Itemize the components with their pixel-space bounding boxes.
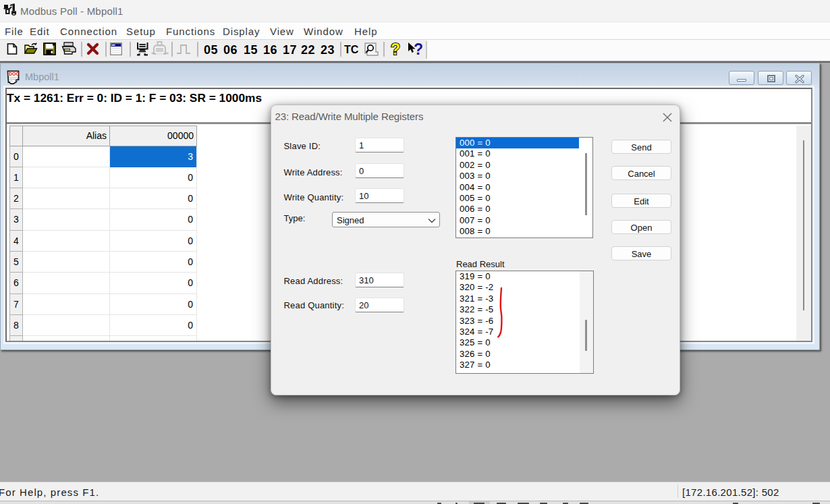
svg-text:DOC: DOC xyxy=(9,72,20,76)
svg-text:?: ? xyxy=(391,42,400,57)
